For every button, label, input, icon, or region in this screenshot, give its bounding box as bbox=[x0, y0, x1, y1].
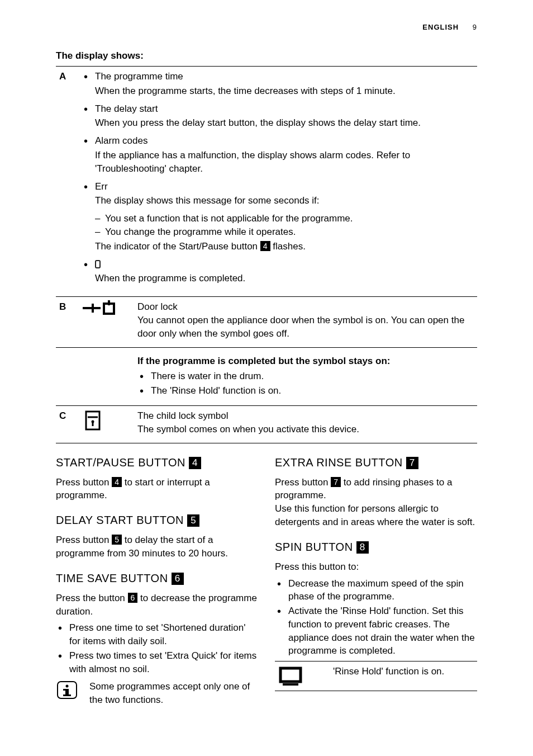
row-b-desc: You cannot open the appliance door when … bbox=[137, 314, 474, 341]
err-dash-item: You set a function that is not applicabl… bbox=[95, 212, 474, 225]
row-b-bullet: The 'Rinse Hold' function is on. bbox=[137, 384, 474, 398]
row-c-desc: The symbol comes on when you activate th… bbox=[137, 423, 474, 436]
info-note: Some programmes accept only one of the t… bbox=[56, 680, 258, 707]
row-c-title: The child lock symbol bbox=[137, 409, 474, 423]
time-save-bullet: Press one time to set 'Shortened duratio… bbox=[56, 621, 258, 648]
number-box: 5 bbox=[112, 535, 122, 545]
info-icon bbox=[56, 680, 82, 700]
display-table: A The programme time When the programme … bbox=[56, 66, 477, 443]
row-b-content: Door lock You cannot open the appliance … bbox=[134, 297, 477, 347]
row-b-extra: If the programme is completed but the sy… bbox=[134, 347, 477, 405]
row-b-bold: If the programme is completed but the sy… bbox=[137, 355, 474, 368]
row-b-title: Door lock bbox=[137, 300, 474, 314]
start-pause-heading: START/PAUSE BUTTON 4 bbox=[56, 455, 258, 470]
row-a-item-desc: When you press the delay start button, t… bbox=[95, 116, 474, 130]
rinse-hold-icon bbox=[275, 665, 325, 687]
time-save-heading: TIME SAVE BUTTON 6 bbox=[56, 570, 258, 586]
display-shows-heading: The display shows: bbox=[56, 49, 477, 63]
zero-segment-icon bbox=[95, 258, 101, 271]
number-box: 6 bbox=[172, 573, 184, 585]
row-c-label: C bbox=[56, 405, 78, 443]
svg-point-6 bbox=[92, 420, 94, 423]
rinse-hold-row: 'Rinse Hold' function is on. bbox=[275, 661, 477, 691]
svg-point-9 bbox=[66, 685, 69, 688]
start-pause-text: Press button 4 to start or interrupt a p… bbox=[56, 476, 258, 503]
row-a-item-title: The delay start bbox=[95, 103, 158, 114]
door-lock-icon bbox=[78, 297, 134, 347]
number-box: 8 bbox=[356, 541, 369, 554]
extra-rinse-text: Press button 7 to add rinsing phases to … bbox=[275, 476, 477, 529]
row-a-item-desc: The display shows this message for some … bbox=[95, 194, 474, 207]
svg-rect-12 bbox=[63, 694, 71, 696]
info-note-text: Some programmes accept only one of the t… bbox=[89, 680, 258, 707]
row-a-last-desc: When the programme is completed. bbox=[95, 272, 474, 285]
number-box: 4 bbox=[189, 457, 201, 469]
header-lang: ENGLISH bbox=[422, 23, 459, 31]
row-c-content: The child lock symbol The symbol comes o… bbox=[134, 405, 477, 443]
child-lock-icon bbox=[78, 405, 134, 443]
delay-start-text: Press button 5 to delay the start of a p… bbox=[56, 533, 258, 560]
page-header: ENGLISH 9 bbox=[56, 22, 477, 32]
number-box: 7 bbox=[331, 477, 341, 487]
extra-rinse-heading: EXTRA RINSE BUTTON 7 bbox=[275, 455, 477, 470]
err-post-text: The indicator of the Start/Pause button … bbox=[95, 240, 474, 253]
row-b-label: B bbox=[56, 297, 78, 347]
number-box: 4 bbox=[112, 477, 122, 487]
delay-start-heading: DELAY START BUTTON 5 bbox=[56, 512, 258, 528]
row-a-item-title: Alarm codes bbox=[95, 135, 147, 146]
page-number: 9 bbox=[473, 23, 477, 31]
row-a-label: A bbox=[56, 66, 78, 296]
right-column: EXTRA RINSE BUTTON 7 Press button 7 to a… bbox=[275, 453, 477, 707]
err-dash-item: You change the programme while it operat… bbox=[95, 225, 474, 239]
time-save-bullet: Press two times to set 'Extra Quick' for… bbox=[56, 649, 258, 676]
spin-heading: SPIN BUTTON 8 bbox=[275, 539, 477, 555]
row-b-bullet: There is water in the drum. bbox=[137, 370, 474, 383]
time-save-text: Press the button 6 to decrease the progr… bbox=[56, 592, 258, 618]
spin-lead: Press this button to: bbox=[275, 560, 477, 574]
rinse-hold-text: 'Rinse Hold' function is on. bbox=[333, 665, 444, 678]
spin-bullet: Activate the 'Rinse Hold' function. Set … bbox=[275, 604, 477, 658]
number-box: 6 bbox=[128, 593, 138, 603]
row-a-item-desc: When the programme starts, the time decr… bbox=[95, 84, 474, 98]
row-a-content: The programme time When the programme st… bbox=[78, 66, 477, 296]
spin-bullet: Decrease the maximum speed of the spin p… bbox=[275, 577, 477, 604]
number-box: 5 bbox=[187, 514, 199, 527]
left-column: START/PAUSE BUTTON 4 Press button 4 to s… bbox=[56, 453, 258, 707]
row-a-item-desc: If the appliance has a malfunction, the … bbox=[95, 149, 474, 176]
svg-rect-11 bbox=[63, 689, 68, 691]
row-a-item-title: The programme time bbox=[95, 71, 183, 82]
number-box: 7 bbox=[406, 457, 418, 469]
row-a-item-title: Err bbox=[95, 181, 108, 192]
number-box: 4 bbox=[260, 241, 270, 251]
